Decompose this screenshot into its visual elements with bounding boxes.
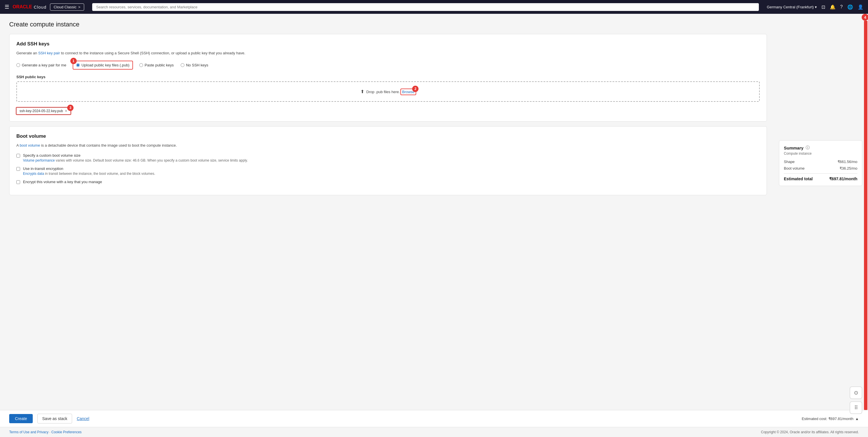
radio-nossh[interactable]: No SSH keys <box>181 63 208 67</box>
drop-zone-text: Drop .pub files here. <box>366 90 400 94</box>
transit-encryption-checkbox[interactable] <box>17 167 20 171</box>
search-container <box>92 3 759 11</box>
search-input[interactable] <box>92 3 759 11</box>
ssh-keys-card: Add SSH keys Generate an SSH key pair to… <box>9 34 767 122</box>
scrollbar[interactable]: 4 <box>863 14 868 410</box>
region-selector[interactable]: Germany Central (Frankfurt) ▾ <box>767 5 817 9</box>
upload-cloud-icon: ⬆ <box>361 89 364 94</box>
radio-generate-label: Generate a key pair for me <box>22 63 66 67</box>
bottom-bar: Create Save as stack Cancel Estimated co… <box>0 410 868 427</box>
estimated-cost-section[interactable]: Estimated cost: ₹697.81/month ▲ <box>802 416 859 421</box>
step-badge-3: 3 <box>67 105 73 111</box>
boot-label: Boot volume <box>784 166 805 171</box>
boot-card-title: Boot volume <box>17 134 760 139</box>
summary-boot-row: Boot volume ₹36.25/mo <box>784 166 857 171</box>
cookie-preferences-link[interactable]: Cookie Preferences <box>52 430 82 434</box>
main-content: Create compute instance Add SSH keys Gen… <box>0 14 776 410</box>
step-badge-1: 1 <box>70 58 77 64</box>
footer-links: Terms of Use and Privacy · Cookie Prefer… <box>9 430 82 434</box>
ssh-public-keys-label: SSH public keys <box>17 75 760 79</box>
save-as-stack-button[interactable]: Save as stack <box>37 414 72 424</box>
encrypt-key-checkbox[interactable] <box>17 180 20 184</box>
radio-nossh-label: No SSH keys <box>186 63 208 67</box>
bell-icon[interactable]: 🔔 <box>830 4 836 10</box>
footer: Terms of Use and Privacy · Cookie Prefer… <box>0 427 868 437</box>
nav-right-section: Germany Central (Frankfurt) ▾ ⊡ 🔔 ? 🌐 👤 <box>767 4 863 10</box>
summary-title-row: Summary ⓘ <box>784 145 857 150</box>
file-name: ssh-key-2024-05-22.key.pub <box>20 109 63 113</box>
page-layout: Create compute instance Add SSH keys Gen… <box>0 14 868 410</box>
cloud-text: Cloud <box>34 5 46 9</box>
oracle-logo: ORACLE Cloud <box>13 4 46 9</box>
custom-size-label: Specify a custom boot volume size <box>23 153 248 157</box>
summary-title: Summary <box>784 145 803 150</box>
transit-encryption-label: Use in-transit encryption <box>23 167 155 171</box>
step-badge-2: 2 <box>412 86 418 92</box>
help-icon[interactable]: ? <box>840 4 843 9</box>
cancel-button[interactable]: Cancel <box>77 416 89 421</box>
globe-icon[interactable]: 🌐 <box>847 4 853 10</box>
file-chip-wrapper: 3 ssh-key-2024-05-22.key.pub ✕ <box>17 108 71 114</box>
transit-encryption-sublabel: Encrypts data in transit between the ins… <box>23 172 155 176</box>
custom-size-label-group: Specify a custom boot volume size Volume… <box>23 153 248 163</box>
drop-zone[interactable]: ⬆ Drop .pub files here. 2 Browse <box>17 81 760 102</box>
terminal-icon[interactable]: ⊡ <box>822 4 825 10</box>
oracle-text: ORACLE <box>13 4 32 9</box>
drop-zone-wrapper: ⬆ Drop .pub files here. 2 Browse <box>17 81 760 102</box>
radio-upload[interactable]: Upload public key files (.pub) <box>73 61 132 69</box>
create-button[interactable]: Create <box>9 414 33 423</box>
total-value: ₹697.81/month <box>829 177 857 181</box>
scroll-step-badge-4: 4 <box>862 14 868 21</box>
summary-divider <box>784 173 857 174</box>
terms-link[interactable]: Terms of Use and Privacy <box>9 430 49 434</box>
volume-performance-link[interactable]: Volume performance <box>23 158 55 163</box>
cloud-classic-button[interactable]: Cloud Classic > <box>50 3 84 11</box>
custom-size-row: Specify a custom boot volume size Volume… <box>17 153 760 163</box>
hamburger-icon[interactable]: ☰ <box>5 4 9 10</box>
boot-value: ₹36.25/mo <box>840 166 857 171</box>
shape-value: ₹661.56/mo <box>838 159 857 164</box>
encrypt-key-row: Encrypt this volume with a key that you … <box>17 180 760 184</box>
custom-size-sublabel: Volume performance varies with volume si… <box>23 158 248 163</box>
chevron-up-icon: ▲ <box>855 416 859 421</box>
shape-label: Shape <box>784 159 795 164</box>
file-remove-btn[interactable]: ✕ <box>65 109 67 113</box>
help-float: ⊙ ⠿ <box>849 386 862 414</box>
ssh-card-description: Generate an SSH key pair to connect to t… <box>17 50 760 56</box>
radio-nossh-input[interactable] <box>181 63 184 67</box>
ssh-card-title: Add SSH keys <box>17 41 760 47</box>
summary-shape-row: Shape ₹661.56/mo <box>784 159 857 164</box>
radio-paste[interactable]: Paste public keys <box>139 63 174 67</box>
boot-volume-link[interactable]: boot volume <box>20 143 40 147</box>
encrypt-key-label-group: Encrypt this volume with a key that you … <box>23 180 102 184</box>
radio-paste-input[interactable] <box>139 63 143 67</box>
boot-volume-card: Boot volume A boot volume is a detachabl… <box>9 126 767 196</box>
encrypts-data-link[interactable]: Encrypts data <box>23 172 44 176</box>
custom-size-checkbox[interactable] <box>17 154 20 157</box>
ssh-radio-group: Generate a key pair for me 1 Upload publ… <box>17 61 760 69</box>
copyright-text: Copyright © 2024, Oracle and/or its affi… <box>761 430 859 434</box>
region-chevron: ▾ <box>815 5 817 9</box>
summary-info-icon[interactable]: ⓘ <box>806 145 810 150</box>
help-button-1[interactable]: ⊙ <box>849 386 862 399</box>
radio-paste-label: Paste public keys <box>145 63 174 67</box>
user-icon[interactable]: 👤 <box>858 4 863 10</box>
right-panel: 4 Summary ⓘ Compute instance Shape ₹661.… <box>776 14 868 410</box>
encrypt-key-label: Encrypt this volume with a key that you … <box>23 180 102 184</box>
help-button-2[interactable]: ⠿ <box>849 401 862 414</box>
summary-card: Summary ⓘ Compute instance Shape ₹661.56… <box>779 140 862 186</box>
transit-encryption-label-group: Use in-transit encryption Encrypts data … <box>23 167 155 176</box>
ssh-key-pair-link[interactable]: SSH key pair <box>38 51 60 55</box>
file-chip: ssh-key-2024-05-22.key.pub ✕ <box>17 108 71 114</box>
total-label: Estimated total <box>784 177 812 181</box>
radio-generate-input[interactable] <box>17 63 20 67</box>
top-navigation: ☰ ORACLE Cloud Cloud Classic > Germany C… <box>0 0 868 14</box>
radio-generate[interactable]: Generate a key pair for me <box>17 63 66 67</box>
region-label: Germany Central (Frankfurt) <box>767 5 814 9</box>
upload-option-wrapper: 1 Upload public key files (.pub) <box>73 61 132 69</box>
page-title: Create compute instance <box>9 21 767 28</box>
radio-upload-input[interactable] <box>76 63 80 67</box>
summary-total-row: Estimated total ₹697.81/month <box>784 177 857 181</box>
radio-upload-label: Upload public key files (.pub) <box>82 63 129 67</box>
estimated-cost-label: Estimated cost: ₹697.81/month <box>802 416 854 421</box>
